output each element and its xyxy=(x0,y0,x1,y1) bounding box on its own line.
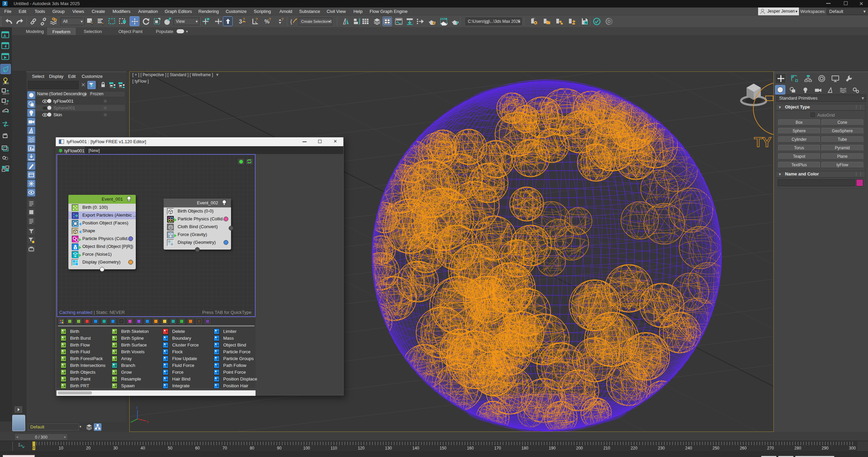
svg-text:TY: TY xyxy=(754,135,771,150)
svg-text:x: x xyxy=(147,420,149,424)
svg-text:?: ? xyxy=(256,17,258,21)
svg-text:?: ? xyxy=(243,18,245,21)
svg-text:3: 3 xyxy=(239,18,242,25)
svg-text:?: ? xyxy=(269,17,271,21)
svg-text:{: { xyxy=(290,18,292,25)
svg-text:?: ? xyxy=(281,17,283,21)
svg-text:A: A xyxy=(3,34,6,38)
svg-text:z: z xyxy=(136,406,138,409)
